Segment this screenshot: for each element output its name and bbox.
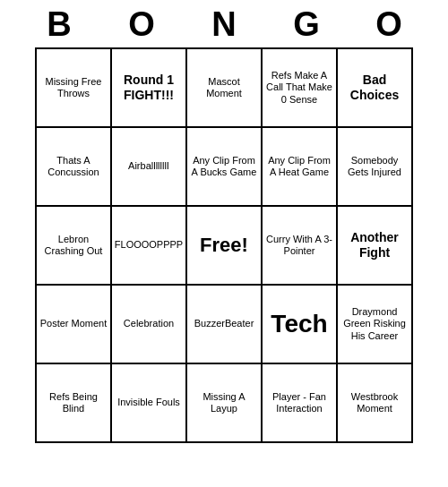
- cell-r3c4: Draymond Green Risking His Career: [338, 286, 413, 364]
- cell-r3c3: Tech: [263, 286, 338, 364]
- bingo-title: BONGO: [18, 0, 430, 47]
- cell-r0c1: Round 1 FIGHT!!!: [112, 49, 187, 128]
- cell-r2c0: Lebron Crashing Out: [37, 207, 112, 286]
- cell-r1c1: AirballlllllI: [112, 128, 187, 207]
- cell-r4c2: Missing A Layup: [187, 364, 263, 443]
- cell-r1c0: Thats A Concussion: [37, 128, 112, 207]
- bingo-letter-b: B: [22, 5, 97, 44]
- cell-r0c0: Missing Free Throws: [37, 49, 112, 128]
- cell-r1c2: Any Clip From A Bucks Game: [187, 128, 263, 207]
- cell-r2c4: Another Fight: [338, 207, 413, 286]
- bingo-grid: Missing Free ThrowsRound 1 FIGHT!!!Masco…: [35, 47, 413, 443]
- cell-r4c3: Player - Fan Interaction: [263, 364, 338, 443]
- cell-r0c2: Mascot Moment: [187, 49, 263, 128]
- cell-r2c2: Free!: [187, 207, 263, 286]
- cell-r3c1: Celebration: [112, 286, 187, 364]
- cell-r3c2: BuzzerBeater: [187, 286, 263, 364]
- bingo-letter-o: O: [104, 5, 179, 44]
- bingo-letter-g: G: [269, 5, 344, 44]
- cell-r4c4: Westbrook Moment: [338, 364, 413, 443]
- cell-r0c4: Bad Choices: [338, 49, 413, 128]
- cell-r3c0: Poster Moment: [37, 286, 112, 364]
- cell-r2c1: FLOOOOPPPP: [112, 207, 187, 286]
- cell-r1c3: Any Clip From A Heat Game: [263, 128, 338, 207]
- bingo-letter-n: N: [186, 5, 262, 44]
- cell-r4c1: Invisible Fouls: [112, 364, 187, 443]
- cell-r4c0: Refs Being Blind: [37, 364, 112, 443]
- bingo-letter-o: O: [351, 5, 426, 44]
- cell-r2c3: Curry With A 3-Pointer: [263, 207, 338, 286]
- cell-r1c4: Somebody Gets Injured: [338, 128, 413, 207]
- cell-r0c3: Refs Make A Call That Make 0 Sense: [263, 49, 338, 128]
